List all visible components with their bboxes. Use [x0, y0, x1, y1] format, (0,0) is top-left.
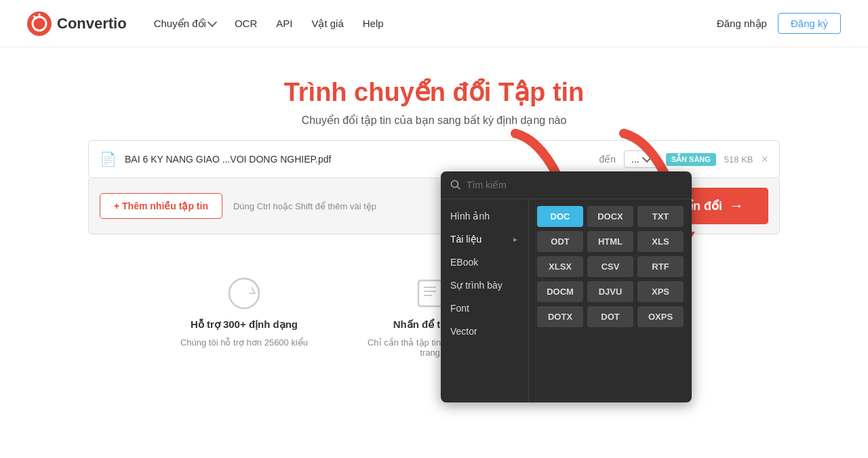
- converter-wrapper: 📄 BAI 6 KY NANG GIAO ...VOI DONG NGHIEP.…: [61, 140, 807, 371]
- svg-line-5: [458, 187, 460, 190]
- file-size: 518 KB: [724, 154, 753, 165]
- dropdown-body: Hình ảnh Tài liệu ► EBook Sự trình bày F…: [441, 199, 692, 402]
- format-btn-odt[interactable]: ODT: [537, 231, 583, 252]
- pdf-icon: 📄: [100, 151, 117, 167]
- nav-item-help[interactable]: Help: [363, 18, 384, 29]
- feature-formats-icon: [226, 275, 262, 312]
- svg-rect-7: [418, 280, 441, 306]
- feature-formats: Hỗ trợ 300+ định dạng Chúng tôi hỗ trợ h…: [180, 275, 308, 358]
- category-vector[interactable]: Vector: [441, 320, 528, 343]
- header: Convertio Chuyển đổi OCR API Vật giá Hel…: [0, 0, 868, 47]
- logo-text: Convertio: [57, 15, 127, 33]
- main-nav: Chuyển đổi OCR API Vật giá Help: [154, 18, 717, 30]
- format-select[interactable]: ...: [624, 150, 658, 168]
- header-right: Đăng nhập Đăng ký: [717, 13, 841, 34]
- format-btn-xlsx[interactable]: XLSX: [537, 256, 583, 277]
- category-font[interactable]: Font: [441, 297, 528, 320]
- logo[interactable]: Convertio: [27, 12, 127, 36]
- hero-section: Trình chuyển đổi Tập tin Chuyển đổi tập …: [0, 47, 868, 140]
- format-grid: DOC DOCX TXT ODT HTML XLS XLSX CSV RTF: [529, 199, 692, 402]
- format-btn-djvu[interactable]: DJVU: [587, 281, 633, 302]
- format-btn-docx[interactable]: DOCX: [587, 206, 633, 227]
- format-btn-docm[interactable]: DOCM: [537, 281, 583, 302]
- format-row-1: ODT HTML XLS: [537, 231, 684, 252]
- format-dropdown: Hình ảnh Tài liệu ► EBook Sự trình bày F…: [441, 171, 692, 402]
- format-btn-xls[interactable]: XLS: [637, 231, 684, 252]
- chevron-right-icon: ►: [512, 236, 519, 243]
- nav-item-vat-gia[interactable]: Vật giá: [311, 18, 343, 30]
- status-badge: SẴN SÀNG: [666, 153, 716, 166]
- format-btn-xps[interactable]: XPS: [637, 281, 684, 302]
- format-select-value: ...: [631, 154, 639, 165]
- feature-formats-title: Hỗ trợ 300+ định dạng: [191, 318, 298, 331]
- format-row-3: DOCM DJVU XPS: [537, 281, 684, 302]
- category-tai-lieu[interactable]: Tài liệu ►: [441, 228, 528, 251]
- format-btn-oxps[interactable]: OXPS: [637, 306, 684, 327]
- to-label: đến: [599, 154, 616, 165]
- format-btn-html[interactable]: HTML: [587, 231, 633, 252]
- search-input[interactable]: [467, 180, 682, 190]
- nav-item-api[interactable]: API: [276, 18, 292, 29]
- format-btn-rtf[interactable]: RTF: [637, 256, 684, 277]
- close-button[interactable]: ×: [761, 152, 768, 167]
- file-name: BAI 6 KY NANG GIAO ...VOI DONG NGHIEP.pd…: [125, 154, 591, 165]
- format-row-4: DOTX DOT OXPS: [537, 306, 684, 327]
- format-row-2: XLSX CSV RTF: [537, 256, 684, 277]
- login-button[interactable]: Đăng nhập: [717, 18, 767, 30]
- format-row-0: DOC DOCX TXT: [537, 206, 684, 227]
- nav-item-ocr[interactable]: OCR: [235, 18, 257, 29]
- register-button[interactable]: Đăng ký: [778, 13, 841, 34]
- format-btn-dot[interactable]: DOT: [587, 306, 633, 327]
- category-ebook[interactable]: EBook: [441, 251, 528, 274]
- search-icon: [450, 180, 461, 190]
- category-su-trinh-bay[interactable]: Sự trình bày: [441, 274, 528, 297]
- feature-formats-desc: Chúng tôi hỗ trợ hơn 25600 kiểu: [180, 337, 308, 348]
- format-btn-txt[interactable]: TXT: [637, 206, 684, 227]
- format-btn-doc[interactable]: DOC: [537, 206, 583, 227]
- logo-icon: [27, 12, 52, 36]
- nav-item-chuyen-doi[interactable]: Chuyển đổi: [154, 18, 216, 30]
- format-btn-dotx[interactable]: DOTX: [537, 306, 583, 327]
- chevron-down-icon: [642, 153, 652, 163]
- category-hinh-anh[interactable]: Hình ảnh: [441, 205, 528, 228]
- format-btn-csv[interactable]: CSV: [587, 256, 633, 277]
- dropdown-search-area: [441, 171, 692, 199]
- hero-title: Trình chuyển đổi Tập tin: [0, 77, 868, 107]
- hero-subtitle: Chuyển đổi tập tin của bạn sang bất kỳ đ…: [0, 114, 868, 127]
- add-files-button[interactable]: + Thêm nhiều tập tin: [100, 193, 222, 219]
- chevron-down-icon: [208, 17, 217, 26]
- category-list: Hình ảnh Tài liệu ► EBook Sự trình bày F…: [441, 199, 529, 402]
- arrow-right-icon: →: [729, 197, 744, 215]
